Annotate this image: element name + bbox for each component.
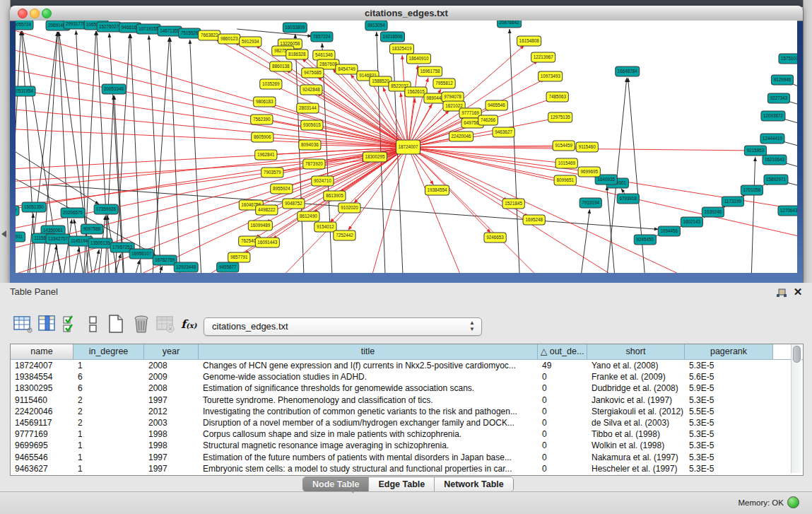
table-cell[interactable]: 9465546 <box>11 452 73 463</box>
table-cell[interactable]: 18300295 <box>11 382 73 394</box>
table-cell[interactable]: 2012 <box>144 406 199 417</box>
table-cell[interactable]: Disruption of a novel member of a sodium… <box>199 417 538 428</box>
select-all-columns-icon[interactable] <box>61 314 81 334</box>
table-row[interactable]: 2242004622012Investigating the contribut… <box>11 406 803 417</box>
table-cell[interactable]: 1997 <box>144 463 199 474</box>
table-row[interactable]: 911546021997Tourette syndrome. Phenomeno… <box>11 395 803 406</box>
column-header-title[interactable]: title <box>199 344 538 359</box>
table-cell[interactable]: 0 <box>538 440 587 451</box>
table-cell[interactable]: 5.3E-5 <box>685 440 773 451</box>
table-cell[interactable]: 1 <box>73 428 144 440</box>
tab-network-table[interactable]: Network Table <box>435 477 513 491</box>
delete-table-icon[interactable] <box>155 314 175 334</box>
column-header-in_degree[interactable]: in_degree <box>73 344 144 359</box>
table-cell[interactable]: 0 <box>538 406 587 417</box>
table-cell[interactable]: 1998 <box>144 428 199 440</box>
table-cell[interactable]: 9777169 <box>11 428 73 440</box>
column-header-pagerank[interactable]: pagerank <box>685 344 773 359</box>
table-cell[interactable]: Tibbo et al. (1998) <box>587 428 685 440</box>
table-cell[interactable]: 18724007 <box>11 360 73 371</box>
column-header-year[interactable]: year <box>144 344 199 359</box>
table-cell[interactable]: Wolkin et al. (1998) <box>587 440 685 451</box>
table-cell[interactable]: 2 <box>73 406 144 417</box>
table-row[interactable]: 946554611997Estimation of the future num… <box>11 452 803 463</box>
table-cell[interactable]: 0 <box>538 417 587 428</box>
table-row[interactable]: 946362711997Embryonic stem cells: a mode… <box>11 463 803 474</box>
table-cell[interactable]: 9115460 <box>11 395 73 406</box>
table-cell[interactable]: 1 <box>73 440 144 451</box>
table-cell[interactable]: 5.3E-5 <box>685 360 773 371</box>
table-cell[interactable]: 1 <box>73 452 144 463</box>
function-builder-icon[interactable]: f (x) <box>180 314 199 334</box>
table-cell[interactable]: 2 <box>73 395 144 406</box>
network-canvas[interactable]: 1405572420691406299317781065326715276027… <box>16 21 797 273</box>
table-row[interactable]: 1456911722003Disruption of a novel membe… <box>11 417 803 428</box>
table-cell[interactable]: Estimation of significance thresholds fo… <box>199 382 538 394</box>
table-scrollbar[interactable] <box>791 344 801 473</box>
table-cell[interactable]: Nakamura et al. (1997) <box>587 452 685 463</box>
table-scrollbar-thumb[interactable] <box>793 346 801 363</box>
table-cell[interactable]: 5.3E-5 <box>685 428 773 440</box>
float-panel-icon[interactable] <box>776 288 787 298</box>
table-cell[interactable]: 14569117 <box>11 417 73 428</box>
table-cell[interactable]: 0 <box>538 463 587 474</box>
table-row[interactable]: 969969511998Structural magnetic resonanc… <box>11 440 803 451</box>
table-cell[interactable]: 5.3E-5 <box>685 452 773 463</box>
table-cell[interactable]: 1997 <box>144 395 199 406</box>
table-cell[interactable]: Tourette syndrome. Phenomenology and cla… <box>199 395 538 406</box>
table-cell[interactable]: 49 <box>538 360 587 371</box>
table-cell[interactable]: 5.3E-5 <box>685 395 773 406</box>
table-cell[interactable]: 6 <box>73 371 144 382</box>
table-cell[interactable]: 2 <box>73 417 144 428</box>
table-cell[interactable]: Stergiakouli et al. (2012) <box>587 406 685 417</box>
table-cell[interactable]: Embryonic stem cells: a model to study s… <box>199 463 538 474</box>
unselect-columns-icon[interactable] <box>83 314 103 334</box>
column-header-name[interactable]: name <box>11 344 73 359</box>
table-row[interactable]: 1872400712008Changes of HCN gene express… <box>11 360 803 371</box>
table-cell[interactable]: 0 <box>538 452 587 463</box>
table-cell[interactable]: Changes of HCN gene expression and I(f) … <box>199 360 538 371</box>
table-cell[interactable]: Estimation of the future numbers of pati… <box>199 452 538 463</box>
table-cell[interactable]: 2003 <box>144 417 199 428</box>
table-cell[interactable]: 2008 <box>144 382 199 394</box>
table-cell[interactable]: 5.3E-5 <box>685 417 773 428</box>
collapse-west-panel-icon[interactable] <box>1 230 6 238</box>
table-cell[interactable]: Investigating the contribution of common… <box>199 406 538 417</box>
table-cell[interactable]: Yano et al. (2008) <box>587 360 685 371</box>
table-select-dropdown[interactable]: citations_edges.txt ▲▼ <box>204 317 482 336</box>
table-row[interactable]: 1830029562008Estimation of significance … <box>11 382 803 394</box>
table-cell[interactable]: 0 <box>538 395 587 406</box>
splitter-grip-icon[interactable]: ◥ <box>349 488 353 494</box>
table-cell[interactable]: 22420046 <box>11 406 73 417</box>
table-cell[interactable]: 6 <box>73 382 144 394</box>
table-cell[interactable]: 1 <box>73 463 144 474</box>
delete-column-icon[interactable] <box>131 314 151 334</box>
table-cell[interactable]: Dudbridge et al. (2008) <box>587 382 685 394</box>
show-column-icon[interactable] <box>37 314 57 334</box>
table-cell[interactable]: 5.9E-5 <box>685 382 773 394</box>
table-cell[interactable]: Corpus callosum shape and size in male p… <box>199 428 538 440</box>
table-cell[interactable]: 0 <box>538 371 587 382</box>
table-cell[interactable]: 1997 <box>144 452 199 463</box>
table-cell[interactable]: 5.5E-5 <box>685 406 773 417</box>
table-cell[interactable]: Jankovic et al. (1997) <box>587 395 685 406</box>
table-cell[interactable]: 2009 <box>144 371 199 382</box>
create-column-icon[interactable] <box>106 314 126 334</box>
window-titlebar[interactable]: citations_edges.txt <box>10 6 803 21</box>
table-cell[interactable]: 5.6E-5 <box>685 371 773 382</box>
table-mode-icon[interactable]: ⚙ <box>13 314 33 334</box>
table-cell[interactable]: 5.3E-5 <box>685 463 773 474</box>
table-cell[interactable]: Structural magnetic resonance image aver… <box>199 440 538 451</box>
table-cell[interactable]: Franke et al. (2009) <box>587 371 685 382</box>
table-cell[interactable]: 19384554 <box>11 371 73 382</box>
table-cell[interactable]: 1 <box>73 360 144 371</box>
table-cell[interactable]: de Silva et al. (2003) <box>587 417 685 428</box>
table-cell[interactable]: 0 <box>538 428 587 440</box>
table-row[interactable]: 1938455462009Genome-wide association stu… <box>11 371 803 382</box>
table-cell[interactable]: 9463627 <box>11 463 73 474</box>
close-panel-icon[interactable]: ✕ <box>792 286 804 298</box>
table-cell[interactable]: 2008 <box>144 360 199 371</box>
table-cell[interactable]: Genome-wide association studies in ADHD. <box>199 371 538 382</box>
column-header-short[interactable]: short <box>587 344 685 359</box>
memory-status-indicator[interactable] <box>787 496 799 508</box>
